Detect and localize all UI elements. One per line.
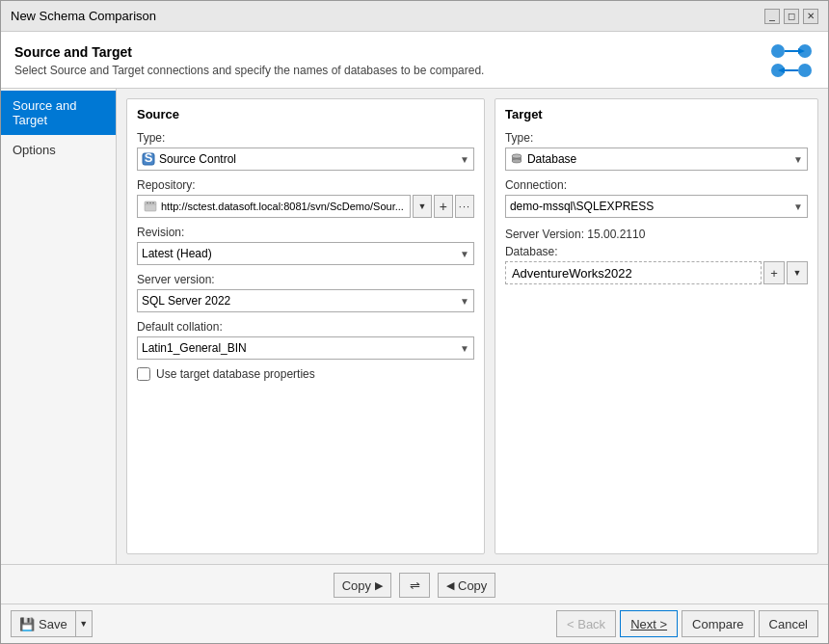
action-row: 💾 Save ▼ < Back Next > Compare Cancel — [1, 604, 828, 643]
header-left: Source and Target Select Source and Targ… — [14, 44, 484, 77]
source-panel: Source Type: S Source Contro — [126, 98, 485, 554]
source-repo-add-btn[interactable]: + — [434, 195, 453, 218]
target-type-value: Database — [527, 152, 789, 166]
target-type-group: Type: Database ▼ — [505, 131, 808, 171]
swap-icon: ⇌ — [410, 578, 420, 593]
target-type-arrow-icon: ▼ — [793, 154, 803, 165]
sidebar-item-options[interactable]: Options — [1, 135, 116, 165]
swap-button[interactable]: ⇌ — [399, 573, 430, 598]
save-icon: 💾 — [19, 617, 35, 631]
compare-button[interactable]: Compare — [682, 610, 754, 637]
source-collation-select[interactable]: Latin1_General_BIN ▼ — [137, 336, 474, 360]
target-connection-group: Connection: demo-mssql\SQLEXPRESS ▼ — [505, 178, 808, 218]
source-repo-more-btn[interactable]: ··· — [455, 195, 474, 218]
nav-buttons: < Back Next > Compare Cancel — [556, 610, 818, 637]
title-bar-buttons: ⎯ ◻ ✕ — [764, 9, 818, 24]
source-checkbox-row: Use target database properties — [137, 367, 474, 381]
close-button[interactable]: ✕ — [803, 9, 818, 24]
target-connection-select[interactable]: demo-mssql\SQLEXPRESS ▼ — [505, 195, 808, 218]
back-button[interactable]: < Back — [556, 610, 616, 637]
source-server-version-group: Server version: SQL Server 2022 ▼ — [137, 273, 474, 312]
use-target-db-label[interactable]: Use target database properties — [156, 367, 315, 381]
svg-point-12 — [147, 202, 148, 204]
source-collation-value: Latin1_General_BIN — [142, 341, 456, 355]
content-area: Source Type: S Source Contro — [117, 89, 828, 564]
svg-point-13 — [149, 202, 151, 204]
source-server-version-arrow-icon: ▼ — [460, 296, 469, 307]
target-type-label: Type: — [505, 131, 808, 145]
copy-left-button[interactable]: Copy ▶ — [334, 573, 391, 598]
schema-comparison-icon — [768, 41, 815, 80]
copy-row: Copy ▶ ⇌ ◀ Copy — [1, 565, 828, 604]
source-panel-title: Source — [127, 99, 484, 125]
svg-point-14 — [152, 202, 154, 204]
source-revision-arrow-icon: ▼ — [460, 249, 469, 259]
title-bar: New Schema Comparison ⎯ ◻ ✕ — [1, 1, 828, 32]
compare-label: Compare — [692, 617, 743, 631]
main-area: Source and Target Options Source Type: — [1, 89, 828, 564]
restore-button[interactable]: ◻ — [784, 9, 799, 24]
window-title: New Schema Comparison — [11, 9, 156, 23]
next-label: Next > — [630, 617, 667, 631]
target-server-version-text: Server Version: 15.00.2110 — [505, 226, 808, 245]
target-panel-title: Target — [495, 99, 817, 125]
target-connection-label: Connection: — [505, 178, 808, 192]
svg-point-3 — [798, 64, 812, 77]
target-database-group: Database: AdventureWorks2022 + ▼ — [505, 245, 808, 284]
source-revision-select[interactable]: Latest (Head) ▼ — [137, 242, 474, 265]
sidebar-item-source-and-target[interactable]: Source and Target — [1, 91, 116, 135]
save-dropdown-button[interactable]: ▼ — [75, 610, 93, 637]
source-repo-group: Repository: http://sctest.d — [137, 178, 474, 218]
page-title: Source and Target — [14, 44, 484, 60]
target-database-input[interactable]: AdventureWorks2022 — [505, 261, 762, 284]
source-type-group: Type: S Source Control ▼ — [137, 131, 474, 171]
page-description: Select Source and Target connections and… — [14, 64, 484, 77]
source-control-icon: S — [142, 152, 155, 166]
bottom-bar: Copy ▶ ⇌ ◀ Copy 💾 Save ▼ < Bac — [1, 564, 828, 643]
source-server-version-select[interactable]: SQL Server 2022 ▼ — [137, 289, 474, 312]
target-panel-body: Type: Database ▼ — [495, 125, 817, 553]
target-type-select[interactable]: Database ▼ — [505, 148, 808, 171]
source-collation-label: Default collation: — [137, 320, 474, 334]
use-target-db-checkbox[interactable] — [137, 367, 150, 381]
target-database-add-btn[interactable]: + — [763, 261, 785, 284]
source-panel-body: Type: S Source Control ▼ — [127, 125, 484, 553]
source-type-label: Type: — [137, 131, 474, 145]
source-server-version-value: SQL Server 2022 — [142, 294, 456, 308]
window: New Schema Comparison ⎯ ◻ ✕ Source and T… — [0, 0, 829, 644]
source-repo-value: http://sctest.datasoft.local:8081/svn/Sc… — [161, 201, 404, 212]
target-database-row: AdventureWorks2022 + ▼ — [505, 261, 808, 284]
next-button[interactable]: Next > — [620, 610, 678, 637]
source-type-value: Source Control — [159, 152, 456, 166]
source-revision-value: Latest (Head) — [142, 247, 456, 260]
target-database-value: AdventureWorks2022 — [512, 266, 755, 281]
target-connection-arrow-icon: ▼ — [793, 201, 803, 212]
cancel-button[interactable]: Cancel — [759, 610, 818, 637]
header-section: Source and Target Select Source and Targ… — [1, 32, 828, 89]
target-database-dropdown-btn[interactable]: ▼ — [787, 261, 808, 284]
back-label: < Back — [567, 617, 605, 631]
source-type-arrow-icon: ▼ — [460, 154, 469, 165]
source-repo-row: http://sctest.datasoft.local:8081/svn/Sc… — [137, 195, 474, 218]
minimize-button[interactable]: ⎯ — [764, 9, 780, 24]
save-button[interactable]: 💾 Save — [11, 610, 75, 637]
cancel-label: Cancel — [769, 617, 808, 631]
database-icon — [510, 152, 523, 166]
copy-right-button[interactable]: ◀ Copy — [438, 573, 495, 598]
sidebar: Source and Target Options — [1, 89, 117, 564]
source-type-select[interactable]: S Source Control ▼ — [137, 148, 474, 171]
source-revision-group: Revision: Latest (Head) ▼ — [137, 226, 474, 265]
target-panel: Target Type: — [495, 98, 818, 554]
save-label: Save — [39, 617, 67, 631]
source-revision-label: Revision: — [137, 226, 474, 239]
source-repo-dropdown-btn[interactable]: ▼ — [413, 195, 432, 218]
source-server-version-label: Server version: — [137, 273, 474, 286]
svg-text:S: S — [145, 152, 153, 165]
svg-point-17 — [512, 159, 521, 163]
copy-right-arrow-icon: ▶ — [375, 579, 383, 592]
source-collation-group: Default collation: Latin1_General_BIN ▼ — [137, 320, 474, 360]
source-collation-arrow-icon: ▼ — [460, 343, 469, 354]
target-connection-value: demo-mssql\SQLEXPRESS — [510, 200, 789, 213]
source-repo-label: Repository: — [137, 178, 474, 192]
source-repo-input[interactable]: http://sctest.datasoft.local:8081/svn/Sc… — [137, 195, 411, 218]
